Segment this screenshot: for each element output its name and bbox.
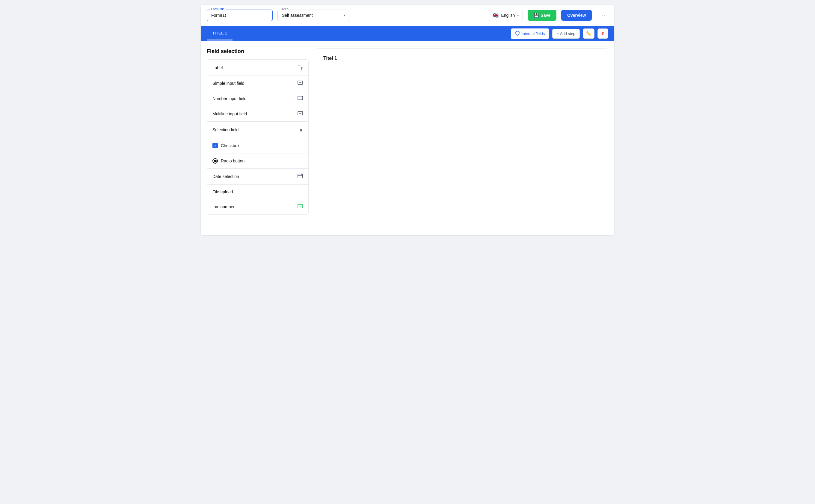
add-step-label: + Add step: [557, 31, 575, 36]
field-item-date[interactable]: Date selection: [207, 169, 308, 185]
field-item-multiline[interactable]: Multiline input field: [207, 106, 308, 122]
save-label: Save: [541, 13, 550, 18]
field-selection-title: Field selection: [207, 48, 309, 55]
right-panel: Titel 1: [316, 48, 608, 228]
edit-icon: ✏️: [586, 31, 591, 36]
step-actions: Internal fields + Add step ✏️ 🗑: [511, 28, 608, 39]
chevron-down-icon: ∨: [299, 126, 303, 133]
date-label: Date selection: [212, 174, 239, 179]
checkbox-row: ✓ Checkbox: [212, 143, 239, 148]
radio-icon: [212, 158, 218, 164]
more-icon: ···: [599, 12, 606, 19]
field-item-label[interactable]: Label TT: [207, 60, 308, 76]
overview-button[interactable]: Overview: [561, 10, 592, 21]
field-item-simple-input[interactable]: Simple input field: [207, 76, 308, 91]
number-input-icon: [298, 96, 303, 101]
radio-inner: [214, 160, 217, 162]
trash-icon: 🗑: [601, 31, 605, 36]
step-bar: TITEL 1 Internal fields + Add step ✏️ 🗑: [201, 26, 614, 41]
step-tab-label: TITEL 1: [212, 31, 227, 35]
simple-input-label: Simple input field: [212, 81, 245, 86]
selection-label: Selection field: [212, 127, 239, 132]
edit-step-button[interactable]: ✏️: [583, 28, 594, 39]
add-step-button[interactable]: + Add step: [552, 29, 580, 39]
multiline-label: Multiline input field: [212, 111, 247, 116]
field-item-selection[interactable]: Selection field ∨: [207, 122, 308, 138]
internal-fields-label: Internal fields: [522, 31, 545, 36]
field-item-number-input[interactable]: Number input field: [207, 91, 308, 106]
save-icon: 💾: [534, 13, 539, 18]
form-canvas-title: Titel 1: [323, 56, 601, 61]
text-format-icon: TT: [298, 64, 303, 71]
delete-step-button[interactable]: 🗑: [597, 28, 608, 39]
form-title-input[interactable]: [207, 10, 273, 21]
step-tab-titel1[interactable]: TITEL 1: [207, 27, 233, 40]
tax-number-label: tax_number: [212, 204, 235, 209]
area-value: Self assessment: [282, 13, 313, 18]
language-selector[interactable]: 🇬🇧 English ▾: [489, 10, 523, 21]
calendar-icon: [298, 173, 303, 179]
field-item-file-upload[interactable]: File upload: [207, 185, 308, 199]
more-button[interactable]: ···: [597, 11, 608, 20]
chevron-down-icon: ▾: [344, 13, 345, 17]
field-item-checkbox[interactable]: ✓ Checkbox: [207, 138, 308, 153]
internal-fields-button[interactable]: Internal fields: [511, 28, 549, 39]
input-icon: [298, 81, 303, 86]
language-label: English: [501, 13, 515, 18]
form-title-group: Form title: [207, 10, 273, 21]
area-select[interactable]: Self assessment ▾: [277, 10, 349, 21]
header: Form title Area Self assessment ▾ 🇬🇧 Eng…: [201, 5, 614, 26]
file-upload-label: File upload: [212, 189, 233, 194]
field-label-text: Label: [212, 65, 223, 70]
checkbox-icon: ✓: [212, 143, 218, 148]
tax-number-icon: [298, 204, 303, 209]
field-list: Label TT Simple input field Number i: [207, 59, 309, 215]
shield-icon: [515, 31, 520, 37]
left-panel: Field selection Label TT Simple input fi…: [207, 48, 309, 228]
number-input-label: Number input field: [212, 96, 247, 101]
flag-icon: 🇬🇧: [493, 13, 499, 18]
field-item-tax-number[interactable]: tax_number: [207, 199, 308, 214]
overview-label: Overview: [567, 13, 586, 18]
multiline-icon: [298, 111, 303, 117]
area-label: Area: [280, 7, 290, 11]
main-content: Field selection Label TT Simple input fi…: [201, 41, 614, 235]
checkbox-label: Checkbox: [221, 143, 239, 148]
svg-rect-3: [298, 174, 303, 178]
radio-row: Radio button: [212, 158, 245, 164]
save-button[interactable]: 💾 Save: [528, 10, 556, 21]
language-chevron-icon: ▾: [517, 13, 519, 17]
area-group: Area Self assessment ▾: [277, 10, 349, 21]
form-title-label: Form title: [210, 7, 226, 11]
radio-label: Radio button: [221, 159, 245, 163]
field-item-radio[interactable]: Radio button: [207, 153, 308, 169]
